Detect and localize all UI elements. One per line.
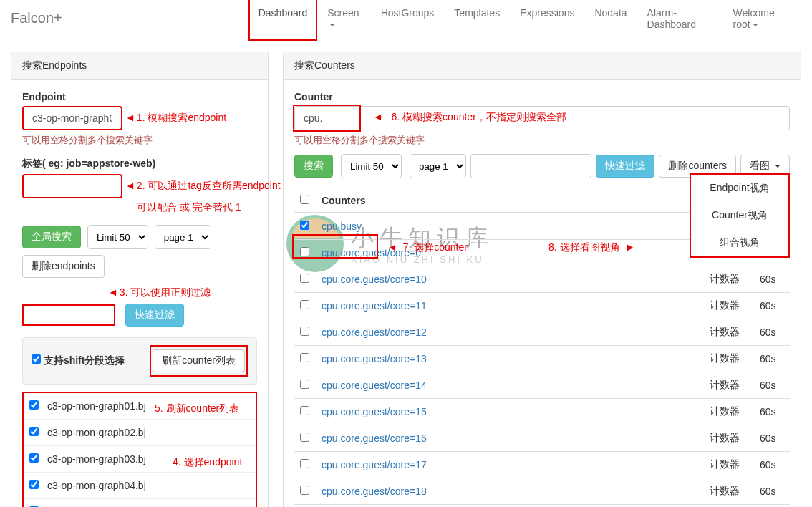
counter-checkbox[interactable] (300, 221, 309, 230)
counter-type: 计数器 (704, 399, 754, 425)
nav-welcome[interactable]: Welcome root (723, 0, 801, 41)
view-combined-option[interactable]: 组合视角 (691, 229, 788, 256)
counter-page-select[interactable]: page 1 (410, 154, 466, 178)
counter-step: 60s (754, 293, 790, 319)
counter-link[interactable]: cpu.core.guest/core=10 (322, 274, 427, 285)
endpoint-checkbox[interactable] (29, 427, 39, 436)
annotation-1: 1. 模糊搜索endpoint (125, 112, 226, 125)
list-item[interactable]: c3-op-mon-graph05.bj (24, 499, 256, 507)
counter-link[interactable]: cpu.busy (322, 221, 362, 232)
counters-panel: 搜索Counters Counter ◄ 6. 模糊搜索counter，不指定则… (283, 52, 801, 507)
delete-endpoints-button[interactable]: 删除endpoints (22, 255, 105, 278)
chevron-down-icon (329, 24, 335, 26)
nav-templates[interactable]: Templates (444, 0, 510, 41)
counter-checkbox[interactable] (300, 300, 309, 309)
brand: Falcon+ (11, 10, 91, 26)
counter-link[interactable]: cpu.core.guest/core=13 (322, 353, 427, 364)
nav-nodata[interactable]: Nodata (584, 0, 637, 41)
nav-screen[interactable]: Screen (317, 0, 370, 41)
nav-alarm-dashboard[interactable]: Alarm-Dashboard (637, 0, 723, 41)
counter-link[interactable]: cpu.core.guest/core=14 (322, 380, 427, 391)
list-item[interactable]: c3-op-mon-graph02.bj (24, 420, 256, 446)
chevron-down-icon (753, 24, 758, 26)
nav-hostgroups[interactable]: HostGroups (371, 0, 445, 41)
annotation-8: 8. 选择看图视角 ► (548, 241, 635, 254)
endpoint-label: Endpoint (22, 91, 257, 102)
counter-checkbox[interactable] (300, 247, 309, 256)
annotation-2b: 可以配合 或 完全替代 1 (137, 201, 257, 214)
table-row: cpu.core.guest/core=15 计数器 60s (294, 399, 790, 425)
counter-link[interactable]: cpu.core.guest/core=18 (322, 486, 427, 497)
counter-checkbox[interactable] (300, 406, 309, 415)
counter-checkbox[interactable] (300, 380, 309, 389)
nav-menu: Dashboard Screen HostGroups Templates Ex… (248, 0, 801, 41)
annotation-7: ◄ 7. 选择counter (387, 241, 468, 254)
refresh-counter-button[interactable]: 刷新counter列表 (153, 349, 245, 372)
counter-step: 60s (754, 399, 790, 425)
annotation-4: 4. 选择endpoint (173, 456, 242, 469)
search-button[interactable]: 搜索 (294, 155, 333, 178)
counter-link[interactable]: cpu.core.guest/core=16 (322, 433, 427, 444)
counters-header: Counters (316, 189, 704, 213)
counter-checkbox[interactable] (300, 486, 309, 495)
annotation-6: ◄ 6. 模糊搜索counter，不指定则搜索全部 (373, 111, 566, 124)
counter-step: 60s (754, 425, 790, 452)
global-search-button[interactable]: 全局搜索 (22, 226, 81, 248)
counter-step: 60s (754, 346, 790, 372)
tags-label: 标签( eg: job=appstore-web) (22, 158, 257, 170)
counter-type: 计数器 (704, 266, 754, 293)
counter-filter-input[interactable] (470, 154, 591, 178)
nav-dashboard[interactable]: Dashboard (248, 0, 318, 41)
shift-select-checkbox[interactable] (32, 354, 41, 364)
counter-link[interactable]: cpu.core.guest/core=15 (322, 406, 427, 417)
endpoints-panel-title: 搜索Endpoints (11, 52, 268, 80)
counter-checkbox[interactable] (300, 433, 309, 442)
counter-checkbox[interactable] (300, 459, 309, 468)
counter-link[interactable]: cpu.core.guest/core=17 (322, 459, 427, 470)
counter-step: 60s (754, 266, 790, 293)
counter-link[interactable]: cpu.core.guest/core=11 (322, 300, 427, 312)
endpoint-checkbox[interactable] (29, 480, 39, 489)
view-counter-option[interactable]: Counter视角 (691, 202, 788, 229)
counter-checkbox[interactable] (300, 327, 309, 336)
shift-select-bar: 支持shift分段选择 刷新counter列表 (22, 337, 257, 385)
counter-link[interactable]: cpu.core.guest/core=12 (322, 327, 427, 338)
table-row: cpu.core.guest/core=13 计数器 60s (294, 346, 790, 372)
counter-help: 可以用空格分割多个搜索关键字 (294, 134, 790, 147)
table-row: cpu.core.guest/core=18 计数器 60s (294, 478, 790, 505)
quick-filter-button[interactable]: 快速过滤 (125, 304, 184, 327)
endpoint-help: 可以用空格分割多个搜索关键字 (22, 134, 257, 147)
counter-type: 计数器 (704, 346, 754, 372)
endpoint-input[interactable] (22, 106, 122, 130)
counter-limit-select[interactable]: Limit 50 (341, 154, 402, 178)
list-item[interactable]: c3-op-mon-graph04.bj (24, 473, 256, 499)
counter-type: 计数器 (704, 425, 754, 452)
regex-filter-input[interactable] (22, 304, 115, 326)
table-row: cpu.core.guest/core=11 计数器 60s (294, 293, 790, 319)
chevron-down-icon (775, 165, 780, 168)
view-endpoint-option[interactable]: Endpoint视角 (691, 175, 788, 202)
table-row: cpu.core.guest/core=17 计数器 60s (294, 452, 790, 478)
annotation-5: 5. 刷新counter列表 (155, 402, 239, 415)
counter-type: 计数器 (704, 478, 754, 505)
page-select[interactable]: page 1 (155, 225, 211, 249)
select-all-checkbox[interactable] (300, 195, 309, 204)
counter-step: 60s (754, 372, 790, 399)
limit-select[interactable]: Limit 50 (87, 225, 148, 249)
table-row: cpu.core.guest/core=14 计数器 60s (294, 372, 790, 399)
counter-type: 计数器 (704, 319, 754, 346)
counter-checkbox[interactable] (300, 353, 309, 362)
navbar: Falcon+ Dashboard Screen HostGroups Temp… (0, 0, 812, 37)
counter-type: 计数器 (704, 452, 754, 478)
counter-step: 60s (754, 319, 790, 346)
endpoint-checkbox[interactable] (29, 453, 39, 463)
counter-type: 计数器 (704, 293, 754, 319)
counter-checkbox[interactable] (300, 274, 309, 283)
counter-step: 60s (754, 452, 790, 478)
tags-input[interactable] (22, 174, 122, 198)
annotation-2: 2. 可以通过tag反查所需endpoint (125, 180, 281, 193)
counter-quick-filter-button[interactable]: 快速过滤 (596, 155, 654, 178)
nav-expressions[interactable]: Expressions (510, 0, 584, 41)
endpoint-checkbox[interactable] (29, 400, 39, 410)
table-row: cpu.core.guest/core=16 计数器 60s (294, 425, 790, 452)
